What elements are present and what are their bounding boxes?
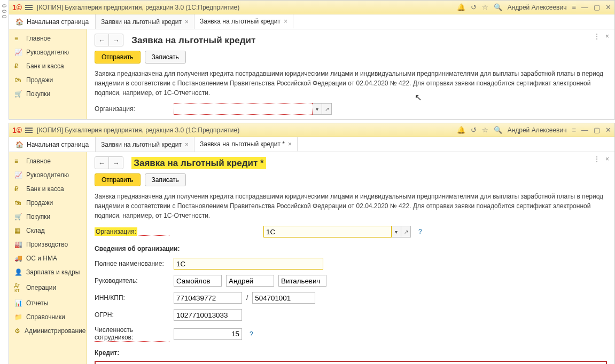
settings-icon[interactable]: ≡ — [572, 3, 576, 11]
nav-back-button[interactable]: ← — [95, 34, 109, 46]
tab-home[interactable]: 🏠 Начальная страница — [9, 14, 96, 29]
more-icon[interactable]: ⋮ — [594, 155, 600, 163]
sidebar-item-assets[interactable]: 🚚ОС и НМА — [9, 251, 87, 265]
tab-close-icon[interactable]: × — [185, 141, 189, 148]
bell-icon[interactable]: 🔔 — [457, 3, 465, 11]
sidebar-item-warehouse[interactable]: ▦Склад — [9, 224, 87, 238]
content-bottom: ⋮ × ← → Заявка на льготный кредит * Отпр… — [87, 152, 614, 364]
director-firstname-input[interactable] — [226, 275, 274, 287]
section-credit-title: Кредит: — [95, 349, 607, 357]
sidebar-item-label: Производство — [26, 241, 68, 248]
director-lastname-input[interactable] — [174, 275, 222, 287]
sidebar-item-salary[interactable]: 👤Зарплата и кадры — [9, 265, 87, 279]
org-open-button[interactable]: ↗ — [322, 103, 332, 115]
sidebar-item-production[interactable]: 🏭Производство — [9, 238, 87, 251]
fullname-input[interactable] — [174, 258, 323, 270]
send-button[interactable]: Отправить — [95, 51, 141, 64]
nav-forward-button[interactable]: → — [109, 157, 123, 169]
chart-icon: 📈 — [14, 171, 22, 179]
star-icon[interactable]: ☆ — [482, 126, 488, 134]
send-button[interactable]: Отправить — [95, 173, 141, 186]
inn-separator: / — [246, 294, 248, 302]
maximize-icon[interactable]: ▢ — [594, 3, 600, 11]
history-icon[interactable]: ↺ — [471, 3, 477, 11]
tab-label: Заявки на льготный кредит — [101, 18, 182, 26]
tab-home-label: Начальная страница — [27, 141, 89, 148]
org-input[interactable] — [263, 226, 392, 238]
tab-requests-list[interactable]: Заявки на льготный кредит × — [96, 137, 194, 152]
tab-requests-list[interactable]: Заявки на льготный кредит × — [96, 14, 194, 29]
sidebar-item-label: Покупки — [26, 90, 50, 98]
sidebar: ≡Главное 📈Руководителю ₽Банк и касса 🛍Пр… — [9, 152, 87, 364]
search-icon[interactable]: 🔍 — [494, 3, 502, 11]
kpp-input[interactable] — [252, 292, 315, 304]
menu-icon[interactable] — [25, 128, 33, 133]
window-top: 1© [КОПИЯ] Бухгалтерия предприятия, реда… — [9, 0, 615, 120]
sidebar-item-purchases[interactable]: 🛒Покупки — [9, 210, 87, 224]
sidebar-item-bank[interactable]: ₽Банк и касса — [9, 182, 87, 196]
ruble-icon: ₽ — [14, 62, 22, 70]
sidebar-item-reports[interactable]: 📊Отчеты — [9, 296, 87, 310]
bell-icon[interactable]: 🔔 — [457, 126, 465, 134]
help-icon[interactable]: ? — [418, 228, 422, 235]
sidebar-item-purchases[interactable]: 🛒Покупки — [9, 87, 87, 101]
tab-close-icon[interactable]: × — [185, 18, 189, 26]
save-button[interactable]: Записать — [145, 173, 186, 186]
org-dropdown-button[interactable]: ▾ — [392, 226, 401, 238]
minimize-icon[interactable]: — — [581, 126, 588, 134]
sidebar-item-manager[interactable]: 📈Руководителю — [9, 168, 87, 182]
close-form-icon[interactable]: × — [605, 33, 609, 40]
help-icon[interactable]: ? — [250, 330, 253, 338]
search-icon[interactable]: 🔍 — [494, 126, 502, 134]
tab-close-icon[interactable]: × — [284, 18, 287, 25]
tab-home[interactable]: 🏠 Начальная страница — [9, 137, 96, 152]
sidebar-item-main[interactable]: ≡Главное — [9, 154, 87, 168]
tab-label: Заявка на льготный кредит — [200, 18, 281, 25]
sidebar-item-sales[interactable]: 🛍Продажи — [9, 73, 87, 87]
org-input[interactable] — [174, 103, 313, 115]
logo-1c: 1© — [12, 126, 22, 134]
user-name[interactable]: Андрей Алексеевич — [508, 4, 567, 11]
nav-forward-button[interactable]: → — [109, 34, 123, 46]
settings-icon[interactable]: ≡ — [572, 126, 576, 134]
sidebar-item-bank[interactable]: ₽Банк и касса — [9, 59, 87, 73]
tab-label: Заявки на льготный кредит — [101, 141, 182, 148]
sidebar-item-label: Продажи — [26, 76, 53, 84]
close-icon[interactable]: ✕ — [605, 126, 611, 134]
sidebar-item-operations[interactable]: ДтКтОперации — [9, 279, 87, 296]
org-open-button[interactable]: ↗ — [401, 226, 411, 238]
tab-request[interactable]: Заявка на льготный кредит × — [194, 14, 293, 29]
report-icon: 📊 — [14, 299, 22, 307]
employees-input[interactable] — [174, 328, 242, 340]
sidebar-item-directories[interactable]: 📁Справочники — [9, 310, 87, 324]
close-icon[interactable]: ✕ — [605, 3, 611, 11]
maximize-icon[interactable]: ▢ — [594, 126, 600, 134]
history-icon[interactable]: ↺ — [471, 126, 477, 134]
menu-icon[interactable] — [25, 5, 33, 10]
org-dropdown-button[interactable]: ▾ — [313, 103, 322, 115]
nav-back-button[interactable]: ← — [95, 157, 109, 169]
tab-request[interactable]: Заявка на льготный кредит * × — [194, 137, 298, 152]
ogrn-input[interactable] — [174, 309, 242, 321]
sidebar-item-label: Банк и касса — [26, 185, 64, 193]
star-icon[interactable]: ☆ — [482, 3, 488, 11]
inn-input[interactable] — [174, 292, 242, 304]
more-icon[interactable]: ⋮ — [594, 33, 600, 40]
dtkt-icon: ДтКт — [14, 282, 22, 293]
close-form-icon[interactable]: × — [605, 155, 609, 163]
sidebar-burger[interactable]: ≡Главное — [9, 31, 87, 45]
user-name[interactable]: Андрей Алексеевич — [508, 126, 567, 134]
minimize-icon[interactable]: — — [581, 3, 588, 11]
tabbar: 🏠 Начальная страница Заявки на льготный … — [9, 14, 614, 29]
director-middlename-input[interactable] — [278, 275, 326, 287]
ruble-icon: ₽ — [14, 185, 22, 193]
tab-close-icon[interactable]: × — [288, 140, 292, 148]
sidebar-item-admin[interactable]: ⚙Администрирование — [9, 324, 87, 338]
sidebar-item-sales[interactable]: 🛍Продажи — [9, 196, 87, 210]
sidebar-item-label: Справочники — [26, 313, 65, 321]
sidebar-item-label: Руководителю — [26, 49, 69, 56]
left-margin-text: 000 — [0, 0, 9, 20]
tab-home-label: Начальная страница — [27, 18, 89, 26]
sidebar-item-manager[interactable]: 📈Руководителю — [9, 45, 87, 59]
save-button[interactable]: Записать — [145, 51, 186, 64]
